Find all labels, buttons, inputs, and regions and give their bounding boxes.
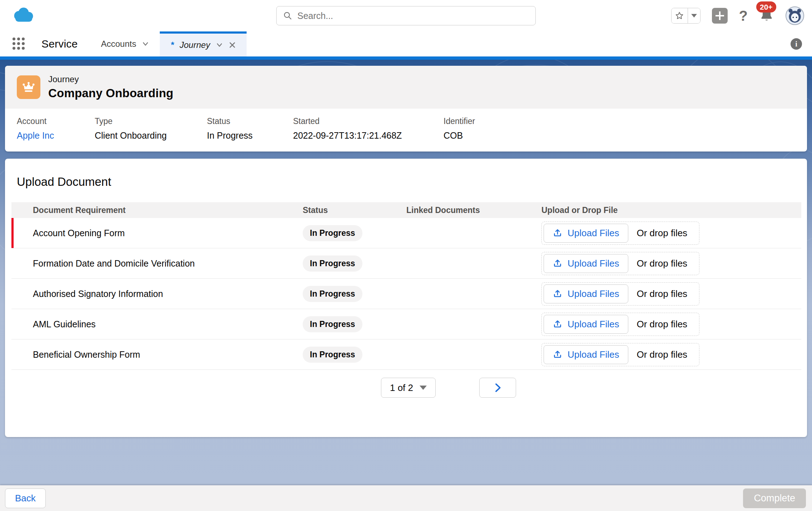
entity-label: Journey [48, 74, 173, 84]
field-label: Identifier [444, 116, 475, 126]
field-value: In Progress [207, 130, 293, 141]
document-table: Document Requirement Status Linked Docum… [11, 202, 801, 370]
complete-button[interactable]: Complete [743, 488, 806, 508]
astro-avatar-icon [786, 7, 803, 24]
status-badge: In Progress [303, 286, 362, 302]
favorites-dropdown-button[interactable] [688, 8, 700, 23]
action-footer: Back Complete [0, 485, 812, 511]
upload-icon [553, 349, 563, 359]
tab-accounts-menu-button[interactable] [142, 41, 149, 46]
upload-files-button[interactable]: Upload Files [544, 315, 628, 334]
requirement-cell: Authorised Signatory Information [11, 289, 291, 299]
chevron-down-icon [691, 14, 697, 18]
file-drop-zone[interactable]: Upload Files Or drop files [541, 252, 699, 275]
salesforce-logo-icon [11, 6, 36, 25]
workspace: Journey Company Onboarding Account Apple… [0, 56, 812, 485]
tab-journey-menu-button[interactable] [216, 43, 223, 48]
requirement-cell: Account Opening Form [11, 228, 291, 238]
upload-document-card: Upload Document Document Requirement Sta… [5, 159, 807, 437]
section-title: Upload Document [5, 159, 807, 189]
journey-record-icon [17, 75, 40, 99]
upload-files-label: Upload Files [568, 288, 619, 299]
upload-files-label: Upload Files [568, 319, 619, 330]
tab-journey[interactable]: * Journey [160, 31, 247, 56]
table-row: Formation Date and Domicile Verification… [11, 248, 801, 279]
upload-files-button[interactable]: Upload Files [544, 224, 628, 243]
info-icon[interactable]: i [791, 38, 802, 50]
status-badge: In Progress [303, 316, 362, 332]
crown-icon [21, 80, 36, 94]
field-label: Account [17, 116, 95, 126]
search-icon [283, 11, 292, 20]
record-highlights-card: Journey Company Onboarding Account Apple… [5, 66, 807, 152]
drop-files-label: Or drop files [628, 349, 698, 360]
field-label: Started [293, 116, 444, 126]
field-value: Client Onboarding [95, 130, 207, 141]
next-page-button[interactable] [479, 378, 516, 398]
dropdown-triangle-icon [420, 386, 427, 390]
close-icon [229, 41, 236, 49]
star-icon [675, 11, 684, 20]
tab-journey-label: Journey [180, 40, 210, 50]
upload-files-button[interactable]: Upload Files [544, 345, 628, 364]
upload-files-label: Upload Files [568, 349, 619, 360]
upload-files-button[interactable]: Upload Files [544, 284, 628, 303]
upload-files-label: Upload Files [568, 258, 619, 269]
drop-files-label: Or drop files [628, 258, 698, 269]
column-header-document-requirement: Document Requirement [11, 205, 291, 215]
page-selector[interactable]: 1 of 2 [381, 378, 436, 398]
upload-files-label: Upload Files [568, 228, 619, 239]
status-badge: In Progress [303, 347, 362, 363]
table-row: Authorised Signatory Information In Prog… [11, 279, 801, 309]
app-launcher-icon[interactable] [13, 38, 25, 50]
search-input[interactable] [292, 6, 535, 25]
table-row: Account Opening Form In Progress U [11, 218, 801, 248]
help-button[interactable]: ? [739, 9, 748, 23]
file-drop-zone[interactable]: Upload Files Or drop files [541, 222, 699, 245]
chevron-right-icon [494, 383, 502, 392]
field-value: 2022-09-27T13:17:21.468Z [293, 130, 444, 141]
notifications-button[interactable]: 20+ [759, 7, 774, 24]
app-name: Service [41, 38, 78, 50]
upload-icon [553, 258, 563, 268]
field-value: COB [444, 130, 475, 141]
global-add-button[interactable] [712, 8, 728, 24]
chevron-down-icon [216, 43, 223, 48]
table-row: AML Guidelines In Progress Upload [11, 309, 801, 339]
requirement-cell: AML Guidelines [11, 319, 291, 329]
file-drop-zone[interactable]: Upload Files Or drop files [541, 313, 699, 336]
workspace-tabs: Accounts * Journey [90, 31, 246, 56]
file-drop-zone[interactable]: Upload Files Or drop files [541, 343, 699, 366]
page-selector-label: 1 of 2 [390, 382, 413, 393]
drop-files-label: Or drop files [628, 228, 698, 239]
drop-files-label: Or drop files [628, 288, 698, 299]
field-identifier: Identifier COB [444, 116, 475, 141]
file-drop-zone[interactable]: Upload Files Or drop files [541, 282, 699, 306]
account-link[interactable]: Apple Inc [17, 130, 54, 140]
tab-accounts[interactable]: Accounts [90, 31, 160, 56]
tab-journey-close-button[interactable] [229, 41, 236, 49]
field-type: Type Client Onboarding [95, 116, 207, 141]
drop-files-label: Or drop files [628, 319, 698, 330]
chevron-down-icon [142, 41, 149, 46]
upload-icon [553, 319, 563, 329]
favorites-group [671, 8, 700, 24]
utility-bar: ? 20+ [0, 0, 812, 31]
back-button[interactable]: Back [5, 488, 46, 508]
table-row: Beneficial Ownership Form In Progress [11, 339, 801, 370]
status-badge: In Progress [303, 256, 362, 272]
column-header-upload-or-drop-file: Upload or Drop File [530, 205, 801, 215]
upload-icon [553, 289, 563, 299]
navigation-tab-bar: Service Accounts * Journey [0, 31, 812, 56]
table-header-row: Document Requirement Status Linked Docum… [11, 202, 801, 218]
page-title: Company Onboarding [48, 86, 173, 100]
favorites-button[interactable] [672, 8, 688, 23]
status-badge: In Progress [303, 225, 362, 241]
field-started: Started 2022-09-27T13:17:21.468Z [293, 116, 444, 141]
upload-icon [553, 228, 563, 238]
field-label: Type [95, 116, 207, 126]
requirement-cell: Beneficial Ownership Form [11, 349, 291, 360]
upload-files-button[interactable]: Upload Files [544, 254, 628, 273]
tab-accounts-label: Accounts [101, 39, 136, 49]
user-avatar[interactable] [786, 6, 804, 25]
